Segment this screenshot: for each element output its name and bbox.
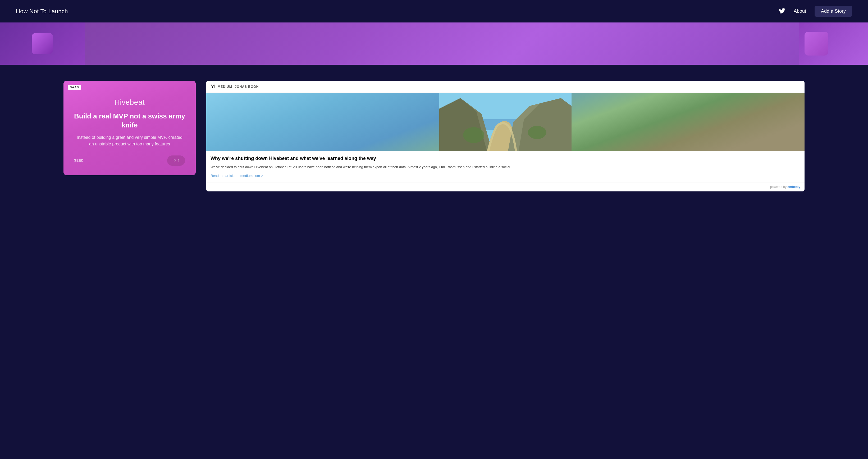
embed-image [206, 93, 805, 151]
card-description: Instead of building a great and very sim… [74, 134, 185, 147]
hero-right-decoration [805, 32, 828, 56]
header-left: How Not To Launch [16, 8, 68, 15]
svg-point-6 [463, 127, 484, 143]
hero-banner [0, 23, 868, 65]
twitter-icon[interactable] [779, 8, 785, 15]
company-name: Hivebeat [74, 98, 185, 106]
card-title: Build a real MVP not a swiss army knife [74, 112, 185, 130]
add-story-button[interactable]: Add a Story [814, 6, 852, 17]
heart-icon: ♡ [173, 158, 176, 163]
article-description: We've decided to shut down Hivebeat on O… [211, 164, 800, 170]
main-content: SAAS Hivebeat Build a real MVP not a swi… [0, 65, 868, 207]
embed-header: M MEDIUM JONAS BØGH [206, 80, 805, 93]
hero-shape-right [799, 23, 868, 65]
article-embed: M MEDIUM JONAS BØGH [206, 80, 805, 191]
site-header: How Not To Launch About Add a Story [0, 0, 868, 23]
header-right: About Add a Story [779, 6, 852, 17]
card-content: Hivebeat Build a real MVP not a swiss ar… [74, 90, 185, 150]
medium-logo: M [211, 84, 215, 89]
embedly-brand: embedly [787, 185, 800, 189]
hero-inner-square [32, 33, 53, 54]
article-title: Why we're shutting down Hivebeat and wha… [211, 155, 800, 162]
stage-badge: SEED [74, 159, 84, 162]
powered-by-label: powered by [770, 185, 786, 189]
site-title: How Not To Launch [16, 8, 68, 15]
svg-point-7 [528, 126, 547, 139]
about-nav-link[interactable]: About [794, 8, 806, 14]
source-name: MEDIUM [218, 85, 232, 89]
story-card: SAAS Hivebeat Build a real MVP not a swi… [63, 80, 196, 175]
card-footer: SEED ♡ 1 [74, 156, 185, 166]
embed-footer: powered by embedly [206, 182, 805, 191]
embed-body: Why we're shutting down Hivebeat and wha… [206, 151, 805, 182]
article-link[interactable]: Read the article on medium.com > [211, 174, 263, 178]
like-button[interactable]: ♡ 1 [167, 156, 185, 166]
category-badge: SAAS [68, 85, 81, 90]
like-count: 1 [178, 158, 180, 163]
hero-shape-left [0, 23, 85, 65]
author-name: JONAS BØGH [235, 85, 259, 89]
